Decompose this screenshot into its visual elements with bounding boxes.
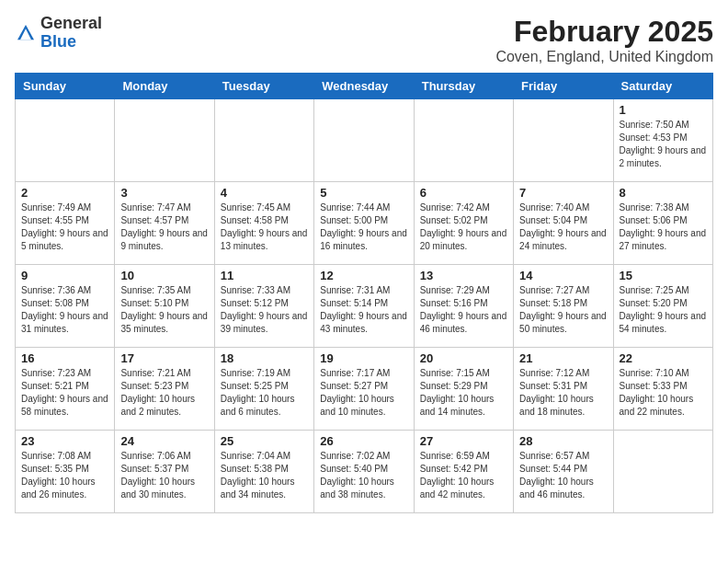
calendar-cell: 24Sunrise: 7:06 AM Sunset: 5:37 PM Dayli… [115,431,214,513]
day-number: 1 [620,103,707,117]
day-number: 25 [221,434,308,448]
day-info: Sunrise: 7:15 AM Sunset: 5:29 PM Dayligh… [420,367,507,419]
day-info: Sunrise: 7:21 AM Sunset: 5:23 PM Dayligh… [120,367,208,419]
calendar-week-row: 16Sunrise: 7:23 AM Sunset: 5:21 PM Dayli… [16,348,713,431]
day-number: 24 [120,434,208,448]
weekday-header: Sunday [16,74,115,99]
day-info: Sunrise: 7:27 AM Sunset: 5:18 PM Dayligh… [519,284,607,336]
calendar-cell: 23Sunrise: 7:08 AM Sunset: 5:35 PM Dayli… [16,431,115,513]
calendar-cell: 17Sunrise: 7:21 AM Sunset: 5:23 PM Dayli… [115,348,214,431]
day-number: 20 [420,351,507,365]
calendar-cell [314,99,414,182]
day-number: 10 [120,269,208,282]
day-number: 7 [519,186,607,200]
calendar-cell: 19Sunrise: 7:17 AM Sunset: 5:27 PM Dayli… [314,348,414,431]
weekday-header: Monday [115,74,214,99]
day-info: Sunrise: 7:44 AM Sunset: 5:00 PM Dayligh… [320,201,407,253]
calendar-cell: 18Sunrise: 7:19 AM Sunset: 5:25 PM Dayli… [214,348,313,431]
day-info: Sunrise: 7:36 AM Sunset: 5:08 PM Dayligh… [21,284,108,336]
calendar-week-row: 9Sunrise: 7:36 AM Sunset: 5:08 PM Daylig… [16,265,713,348]
day-number: 5 [320,186,407,200]
day-number: 26 [320,434,407,448]
calendar-cell: 15Sunrise: 7:25 AM Sunset: 5:20 PM Dayli… [613,265,712,348]
weekday-header: Friday [514,74,613,99]
calendar-cell [514,99,613,182]
day-number: 14 [519,269,607,282]
day-info: Sunrise: 7:47 AM Sunset: 4:57 PM Dayligh… [120,201,208,253]
day-number: 3 [120,186,208,200]
day-info: Sunrise: 7:35 AM Sunset: 5:10 PM Dayligh… [120,284,208,336]
calendar-cell: 8Sunrise: 7:38 AM Sunset: 5:06 PM Daylig… [613,182,712,265]
day-info: Sunrise: 7:19 AM Sunset: 5:25 PM Dayligh… [221,367,308,419]
calendar-cell: 21Sunrise: 7:12 AM Sunset: 5:31 PM Dayli… [514,348,613,431]
day-info: Sunrise: 7:29 AM Sunset: 5:16 PM Dayligh… [420,284,507,336]
calendar-cell: 3Sunrise: 7:47 AM Sunset: 4:57 PM Daylig… [115,182,214,265]
weekday-header: Saturday [613,74,712,99]
title-area: February 2025 Coven, England, United Kin… [495,15,713,65]
calendar-cell: 10Sunrise: 7:35 AM Sunset: 5:10 PM Dayli… [115,265,214,348]
day-info: Sunrise: 6:59 AM Sunset: 5:42 PM Dayligh… [420,450,507,501]
day-info: Sunrise: 7:42 AM Sunset: 5:02 PM Dayligh… [420,201,507,253]
day-number: 4 [221,186,308,200]
day-number: 27 [420,434,507,448]
day-number: 19 [320,351,407,365]
day-info: Sunrise: 7:10 AM Sunset: 5:33 PM Dayligh… [620,367,707,419]
calendar-cell: 4Sunrise: 7:45 AM Sunset: 4:58 PM Daylig… [214,182,313,265]
calendar-week-row: 1Sunrise: 7:50 AM Sunset: 4:53 PM Daylig… [16,99,713,182]
month-title: February 2025 [495,15,713,49]
day-info: Sunrise: 7:04 AM Sunset: 5:38 PM Dayligh… [221,450,308,501]
day-number: 17 [120,351,208,365]
day-info: Sunrise: 7:23 AM Sunset: 5:21 PM Dayligh… [21,367,108,419]
calendar-cell: 11Sunrise: 7:33 AM Sunset: 5:12 PM Dayli… [214,265,313,348]
calendar-cell: 13Sunrise: 7:29 AM Sunset: 5:16 PM Dayli… [414,265,513,348]
day-info: Sunrise: 7:08 AM Sunset: 5:35 PM Dayligh… [21,450,108,501]
weekday-header: Tuesday [214,74,313,99]
calendar-cell: 5Sunrise: 7:44 AM Sunset: 5:00 PM Daylig… [314,182,414,265]
calendar-week-row: 2Sunrise: 7:49 AM Sunset: 4:55 PM Daylig… [16,182,713,265]
calendar: SundayMondayTuesdayWednesdayThursdayFrid… [15,73,713,513]
weekday-header: Thursday [414,74,513,99]
calendar-cell [115,99,214,182]
calendar-cell: 12Sunrise: 7:31 AM Sunset: 5:14 PM Dayli… [314,265,414,348]
day-info: Sunrise: 7:50 AM Sunset: 4:53 PM Dayligh… [620,119,707,170]
day-info: Sunrise: 7:45 AM Sunset: 4:58 PM Dayligh… [221,201,308,253]
day-number: 28 [519,434,607,448]
day-info: Sunrise: 7:12 AM Sunset: 5:31 PM Dayligh… [519,367,607,419]
day-number: 9 [21,269,108,282]
logo: General Blue [15,15,102,52]
day-number: 18 [221,351,308,365]
day-info: Sunrise: 7:06 AM Sunset: 5:37 PM Dayligh… [120,450,208,501]
day-info: Sunrise: 7:31 AM Sunset: 5:14 PM Dayligh… [320,284,407,336]
calendar-cell: 22Sunrise: 7:10 AM Sunset: 5:33 PM Dayli… [613,348,712,431]
day-number: 6 [420,186,507,200]
day-number: 2 [21,186,108,200]
day-number: 8 [620,186,707,200]
calendar-cell: 1Sunrise: 7:50 AM Sunset: 4:53 PM Daylig… [613,99,712,182]
calendar-cell: 20Sunrise: 7:15 AM Sunset: 5:29 PM Dayli… [414,348,513,431]
calendar-cell: 2Sunrise: 7:49 AM Sunset: 4:55 PM Daylig… [16,182,115,265]
day-number: 21 [519,351,607,365]
day-number: 16 [21,351,108,365]
day-number: 12 [320,269,407,282]
day-number: 13 [420,269,507,282]
calendar-cell: 26Sunrise: 7:02 AM Sunset: 5:40 PM Dayli… [314,431,414,513]
weekday-header: Wednesday [314,74,414,99]
day-number: 15 [620,269,707,282]
calendar-cell: 6Sunrise: 7:42 AM Sunset: 5:02 PM Daylig… [414,182,513,265]
day-number: 22 [620,351,707,365]
calendar-cell [414,99,513,182]
calendar-cell: 16Sunrise: 7:23 AM Sunset: 5:21 PM Dayli… [16,348,115,431]
calendar-week-row: 23Sunrise: 7:08 AM Sunset: 5:35 PM Dayli… [16,431,713,513]
logo-blue: Blue [40,32,76,51]
location-title: Coven, England, United Kingdom [495,49,713,65]
calendar-cell: 27Sunrise: 6:59 AM Sunset: 5:42 PM Dayli… [414,431,513,513]
day-info: Sunrise: 6:57 AM Sunset: 5:44 PM Dayligh… [519,450,607,501]
calendar-cell [613,431,712,513]
calendar-cell: 25Sunrise: 7:04 AM Sunset: 5:38 PM Dayli… [214,431,313,513]
day-info: Sunrise: 7:25 AM Sunset: 5:20 PM Dayligh… [620,284,707,336]
day-info: Sunrise: 7:38 AM Sunset: 5:06 PM Dayligh… [620,201,707,253]
header: General Blue February 2025 Coven, Englan… [15,15,713,65]
calendar-cell [16,99,115,182]
calendar-header-row: SundayMondayTuesdayWednesdayThursdayFrid… [16,74,713,99]
logo-icon [15,22,37,44]
